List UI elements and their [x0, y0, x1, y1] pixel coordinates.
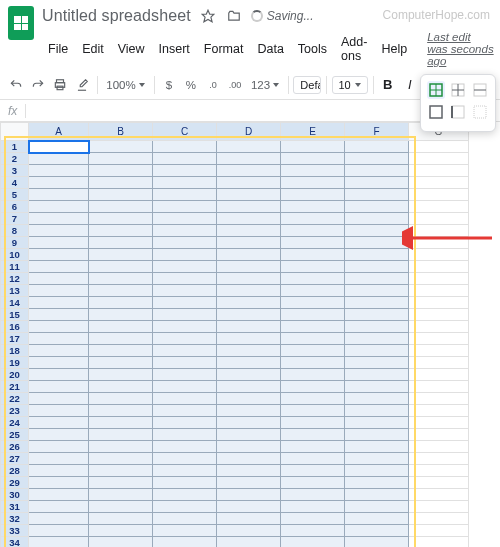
cell[interactable] — [409, 201, 469, 213]
cell[interactable] — [281, 477, 345, 489]
cell[interactable] — [409, 225, 469, 237]
cell[interactable] — [89, 393, 153, 405]
cell[interactable] — [153, 165, 217, 177]
cell[interactable] — [409, 525, 469, 537]
cell[interactable] — [153, 273, 217, 285]
cell[interactable] — [409, 153, 469, 165]
cell[interactable] — [345, 225, 409, 237]
cell[interactable] — [89, 417, 153, 429]
cell[interactable] — [89, 153, 153, 165]
row-header[interactable]: 23 — [1, 405, 29, 417]
cell[interactable] — [29, 213, 89, 225]
cell[interactable] — [153, 405, 217, 417]
row-header[interactable]: 31 — [1, 501, 29, 513]
cell[interactable] — [281, 189, 345, 201]
border-outer-button[interactable] — [427, 103, 445, 121]
cell[interactable] — [29, 273, 89, 285]
cell[interactable] — [89, 273, 153, 285]
increase-decimal-button[interactable]: .00 — [225, 74, 245, 96]
cell[interactable] — [153, 429, 217, 441]
cell[interactable] — [153, 501, 217, 513]
cell[interactable] — [29, 453, 89, 465]
column-header-F[interactable]: F — [345, 123, 409, 141]
cell[interactable] — [409, 165, 469, 177]
row-header[interactable]: 7 — [1, 213, 29, 225]
cell[interactable] — [89, 249, 153, 261]
cell[interactable] — [409, 513, 469, 525]
cell[interactable] — [153, 189, 217, 201]
cell[interactable] — [89, 321, 153, 333]
cell[interactable] — [153, 321, 217, 333]
cell[interactable] — [281, 393, 345, 405]
row-header[interactable]: 30 — [1, 489, 29, 501]
decrease-decimal-button[interactable]: .0 — [203, 74, 223, 96]
cell[interactable] — [409, 477, 469, 489]
select-all-corner[interactable] — [1, 123, 29, 141]
cell[interactable] — [153, 237, 217, 249]
column-header-E[interactable]: E — [281, 123, 345, 141]
row-header[interactable]: 19 — [1, 357, 29, 369]
cell[interactable] — [153, 417, 217, 429]
cell[interactable] — [345, 465, 409, 477]
number-format-select[interactable]: 123 — [247, 79, 283, 91]
cell[interactable] — [217, 501, 281, 513]
row-header[interactable]: 6 — [1, 201, 29, 213]
cell[interactable] — [153, 345, 217, 357]
cell[interactable] — [345, 201, 409, 213]
cell[interactable] — [281, 369, 345, 381]
cell[interactable] — [89, 369, 153, 381]
cell[interactable] — [281, 261, 345, 273]
cell[interactable] — [281, 513, 345, 525]
cell[interactable] — [281, 237, 345, 249]
cell[interactable] — [281, 153, 345, 165]
row-header[interactable]: 29 — [1, 477, 29, 489]
cell[interactable] — [281, 225, 345, 237]
move-icon[interactable] — [225, 7, 243, 25]
row-header[interactable]: 10 — [1, 249, 29, 261]
cell[interactable] — [29, 321, 89, 333]
cell[interactable] — [89, 333, 153, 345]
cell[interactable] — [409, 537, 469, 548]
cell[interactable] — [29, 345, 89, 357]
cell[interactable] — [281, 357, 345, 369]
cell[interactable] — [29, 201, 89, 213]
cell[interactable] — [153, 261, 217, 273]
cell[interactable] — [217, 261, 281, 273]
cell[interactable] — [409, 189, 469, 201]
cell[interactable] — [89, 141, 153, 153]
cell[interactable] — [89, 453, 153, 465]
cell[interactable] — [217, 537, 281, 548]
cell[interactable] — [217, 525, 281, 537]
row-header[interactable]: 13 — [1, 285, 29, 297]
cell[interactable] — [281, 333, 345, 345]
cell[interactable] — [281, 429, 345, 441]
cell[interactable] — [153, 225, 217, 237]
cell[interactable] — [153, 177, 217, 189]
cell[interactable] — [89, 165, 153, 177]
cell[interactable] — [345, 441, 409, 453]
cell[interactable] — [89, 309, 153, 321]
cell[interactable] — [409, 465, 469, 477]
spreadsheet-grid[interactable]: ABCDEFG123456789101112131415161718192021… — [0, 122, 500, 547]
cell[interactable] — [217, 357, 281, 369]
row-header[interactable]: 24 — [1, 417, 29, 429]
cell[interactable] — [409, 177, 469, 189]
menu-help[interactable]: Help — [375, 39, 413, 59]
cell[interactable] — [409, 249, 469, 261]
last-edit-link[interactable]: Last edit was seconds ago — [421, 28, 500, 70]
cell[interactable] — [217, 153, 281, 165]
row-header[interactable]: 21 — [1, 381, 29, 393]
cell[interactable] — [153, 297, 217, 309]
cell[interactable] — [409, 501, 469, 513]
row-header[interactable]: 3 — [1, 165, 29, 177]
cell[interactable] — [281, 441, 345, 453]
cell[interactable] — [217, 345, 281, 357]
cell[interactable] — [345, 501, 409, 513]
cell[interactable] — [29, 513, 89, 525]
cell[interactable] — [29, 393, 89, 405]
cell[interactable] — [89, 381, 153, 393]
zoom-select[interactable]: 100% — [102, 79, 148, 91]
cell[interactable] — [217, 237, 281, 249]
cell[interactable] — [153, 489, 217, 501]
cell[interactable] — [409, 381, 469, 393]
